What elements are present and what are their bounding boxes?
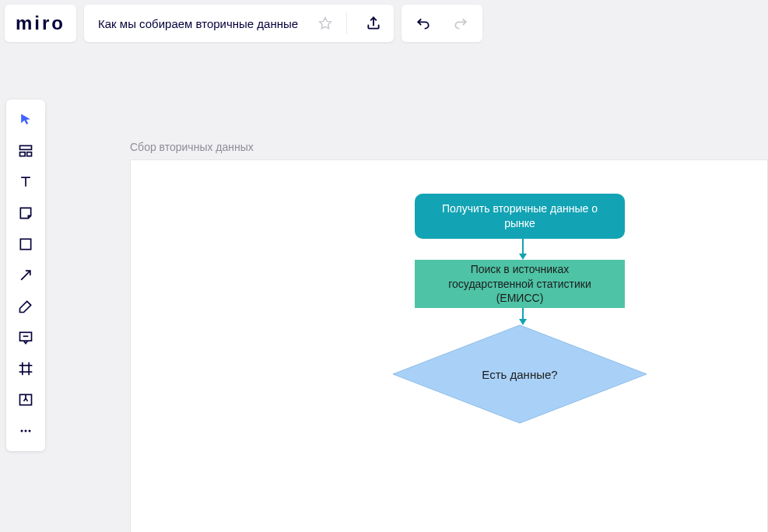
frame-title[interactable]: Сбор вторичных данных [130, 141, 254, 153]
undo-icon [416, 16, 431, 31]
export-button[interactable] [353, 5, 394, 42]
frame-tool[interactable] [10, 353, 41, 384]
connector-tool[interactable] [10, 260, 41, 291]
logo[interactable]: miro [5, 5, 76, 42]
flowchart-arrow[interactable] [519, 308, 527, 325]
comment-tool[interactable] [10, 322, 41, 353]
svg-rect-7 [20, 239, 30, 249]
svg-rect-4 [27, 152, 32, 156]
undo-redo-group [402, 5, 482, 42]
pen-icon [18, 299, 33, 314]
more-tools[interactable] [10, 415, 41, 446]
arrow-icon [18, 268, 33, 283]
svg-point-18 [25, 430, 27, 432]
cursor-icon [18, 112, 33, 128]
arrow-head-icon [519, 254, 527, 260]
top-bar: miro Как мы собираем вторичные данные [5, 5, 482, 42]
upload-tool[interactable] [10, 384, 41, 415]
frame-icon [18, 361, 33, 376]
templates-icon [18, 143, 33, 159]
svg-point-19 [29, 430, 31, 432]
sticky-note-tool[interactable] [10, 198, 41, 229]
svg-rect-2 [20, 145, 32, 149]
export-icon [366, 16, 381, 31]
undo-button[interactable] [405, 5, 442, 42]
arrow-line [522, 308, 524, 319]
select-tool[interactable] [10, 104, 41, 135]
sticky-note-icon [18, 205, 33, 221]
text-tool[interactable] [10, 166, 41, 198]
board-title[interactable]: Как мы собираем вторичные данные [98, 17, 304, 30]
comment-icon [18, 330, 33, 345]
flowchart-arrow[interactable] [519, 239, 527, 260]
svg-rect-3 [20, 152, 26, 156]
star-icon[interactable] [310, 5, 340, 42]
node-label: Есть данные? [391, 324, 648, 425]
more-icon [18, 423, 33, 439]
svg-point-17 [21, 430, 23, 432]
flowchart-decision-node[interactable]: Есть данные? [391, 324, 648, 425]
upload-icon [18, 392, 33, 408]
node-label: Поиск в источниках государственной стати… [429, 262, 611, 306]
pen-tool[interactable] [10, 291, 41, 322]
flowchart-process-node[interactable]: Поиск в источниках государственной стати… [415, 260, 625, 308]
square-icon [18, 236, 33, 252]
text-icon [18, 174, 33, 190]
board-header: Как мы собираем вторичные данные [84, 5, 394, 42]
redo-button[interactable] [442, 5, 479, 42]
logo-text: miro [16, 12, 65, 34]
toolbar [6, 100, 45, 451]
shape-tool[interactable] [10, 229, 41, 260]
divider [346, 12, 347, 34]
arrow-line [522, 239, 524, 254]
svg-marker-0 [320, 18, 331, 29]
svg-line-8 [21, 271, 30, 280]
node-label: Получить вторичные данные о рынке [429, 201, 611, 231]
frame[interactable]: Получить вторичные данные о рынке Поиск … [130, 159, 768, 532]
redo-icon [453, 16, 468, 31]
templates-tool[interactable] [10, 135, 41, 166]
flowchart-start-node[interactable]: Получить вторичные данные о рынке [415, 194, 625, 239]
